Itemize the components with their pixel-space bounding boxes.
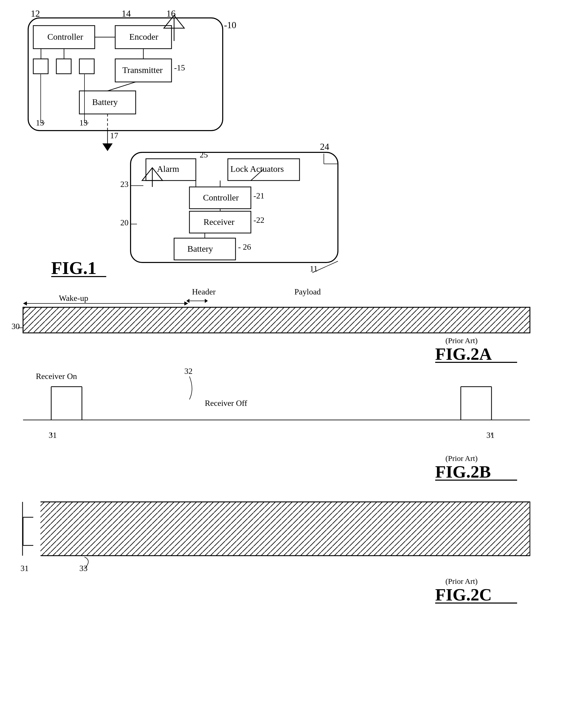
label-15: -15 (174, 63, 185, 72)
svg-line-37 (251, 169, 264, 181)
prior-art-2c: (Prior Art) (445, 577, 478, 586)
svg-rect-4 (79, 91, 136, 114)
label-11: 11 (310, 264, 318, 273)
controller-11-label: Controller (203, 193, 239, 202)
label-31a: 31 (49, 430, 57, 440)
controller-10-label: Controller (47, 32, 83, 41)
svg-marker-32 (142, 168, 163, 181)
fig1-label: FIG.1 (51, 258, 97, 278)
svg-rect-3 (115, 59, 172, 82)
svg-marker-42 (23, 301, 27, 305)
svg-marker-45 (186, 299, 189, 303)
svg-rect-27 (228, 159, 300, 181)
label-13b: 13 (79, 118, 88, 127)
receiver-label: Receiver (204, 217, 234, 227)
svg-rect-5 (33, 59, 48, 74)
svg-rect-22 (131, 152, 338, 262)
svg-rect-47 (23, 307, 530, 333)
receiver-off-label: Receiver Off (205, 398, 247, 408)
svg-rect-6 (56, 59, 71, 74)
fig2c-label: FIG.2C (435, 585, 492, 604)
label-14: 14 (122, 8, 131, 19)
label-24: 24 (320, 142, 329, 152)
header-label: Header (192, 287, 216, 296)
svg-rect-66 (23, 502, 530, 556)
encoder-label: Encoder (129, 32, 158, 41)
label-10: -10 (224, 20, 236, 30)
svg-rect-1 (33, 26, 95, 49)
svg-marker-43 (184, 301, 188, 305)
lock-actuators-label: Lock Actuators (230, 164, 284, 174)
label-31c: 31 (20, 564, 29, 573)
wakeup-label: Wake-up (59, 293, 88, 303)
label-12: 12 (31, 8, 40, 19)
svg-marker-14 (164, 15, 184, 28)
alarm-label: Alarm (157, 164, 179, 174)
receiver-on-label: Receiver On (36, 372, 77, 381)
label-32: 32 (184, 366, 193, 376)
label-25: 25 (200, 150, 208, 159)
battery-11-label: Battery (187, 244, 213, 254)
svg-rect-26 (146, 159, 196, 181)
label-21: -21 (253, 191, 264, 200)
svg-rect-67 (23, 501, 40, 556)
payload-label: Payload (294, 287, 321, 296)
fig2b-label: FIG.2B (435, 462, 491, 481)
label-22: -22 (253, 215, 264, 225)
svg-line-12 (108, 82, 136, 91)
page: -10 12 14 16 Controller Encoder Transmit… (0, 0, 566, 728)
svg-rect-53 (23, 307, 530, 333)
prior-art-2a: (Prior Art) (445, 336, 478, 345)
fig2a-label: FIG.2A (435, 344, 492, 364)
svg-rect-29 (189, 211, 251, 233)
label-20: 20 (120, 218, 129, 227)
label-33: 33 (79, 564, 88, 573)
svg-rect-2 (115, 26, 172, 49)
svg-rect-28 (189, 187, 251, 209)
svg-rect-0 (28, 18, 223, 131)
svg-rect-7 (79, 59, 94, 74)
svg-rect-71 (23, 517, 33, 545)
label-16: 16 (166, 8, 176, 19)
label-30: 30 (12, 322, 20, 331)
svg-marker-46 (205, 299, 208, 303)
label-31b: 31 (486, 430, 495, 440)
battery-10-label: Battery (92, 97, 118, 107)
transmitter-label: Transmitter (122, 65, 163, 75)
label-26: - 26 (238, 242, 251, 251)
svg-rect-30 (174, 238, 236, 260)
label-13a: 13 (36, 118, 44, 127)
label-23: 23 (120, 180, 129, 189)
label-17: 17 (110, 131, 118, 140)
svg-marker-21 (102, 143, 113, 151)
svg-line-25 (312, 261, 338, 273)
prior-art-2b: (Prior Art) (445, 454, 478, 463)
